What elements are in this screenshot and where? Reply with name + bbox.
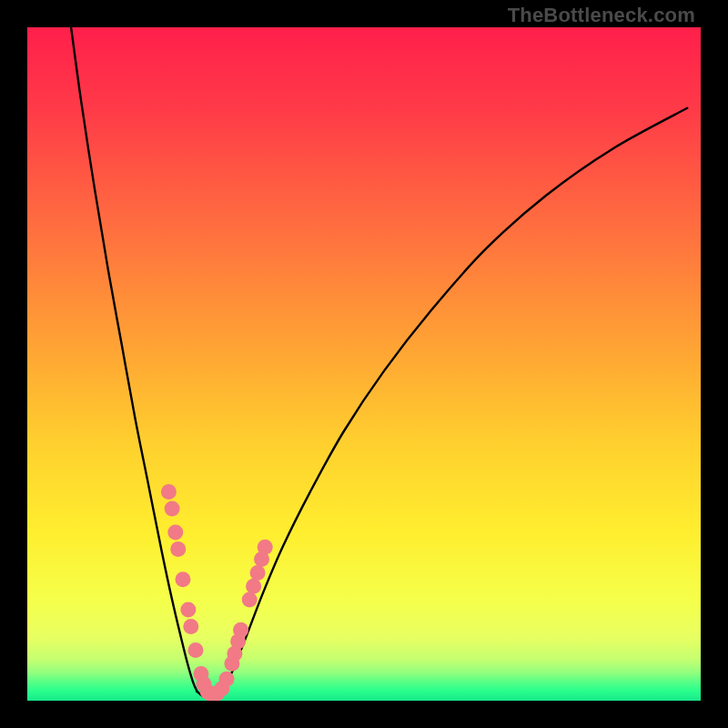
plot-area: [27, 27, 701, 701]
data-point: [233, 622, 248, 638]
data-point: [180, 602, 196, 618]
data-point: [258, 540, 273, 555]
curve-line: [71, 27, 687, 698]
watermark-text: TheBottleneck.com: [508, 4, 695, 27]
curve-path: [71, 27, 687, 698]
data-point: [167, 525, 183, 541]
data-point: [183, 619, 198, 634]
scatter-dots: [161, 484, 273, 701]
data-point: [188, 642, 204, 658]
data-point: [175, 571, 190, 587]
outer-frame: TheBottleneck.com: [0, 0, 728, 728]
data-point: [219, 672, 235, 687]
data-point: [246, 579, 261, 594]
bottleneck-chart: [27, 27, 701, 701]
data-point: [242, 592, 258, 608]
data-point: [250, 565, 266, 581]
data-point: [165, 501, 180, 517]
data-point: [161, 484, 177, 500]
data-point: [170, 541, 186, 557]
